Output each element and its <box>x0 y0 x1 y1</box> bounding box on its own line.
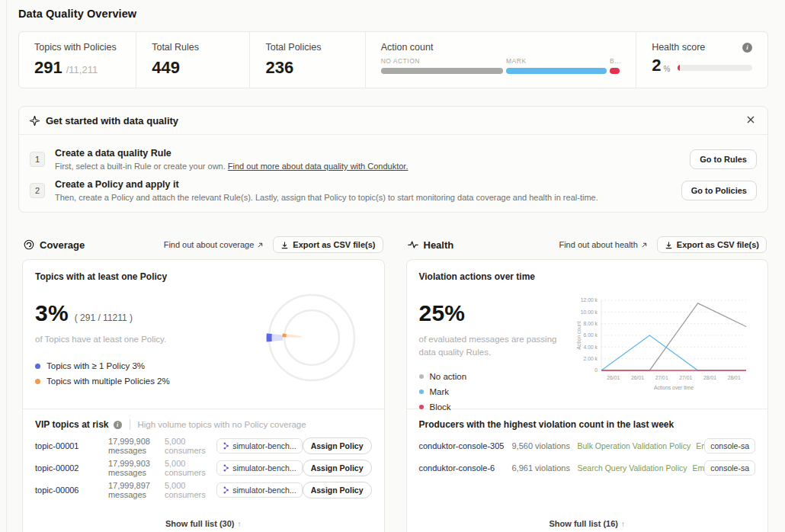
export-csv-button[interactable]: Export as CSV file(s) <box>273 236 383 253</box>
producer-violations: 9,560 violations <box>512 441 578 450</box>
vip-topic-row: topic-00001 17,999,908 messages 5,000 co… <box>35 434 372 457</box>
svg-text:12.00 k: 12.00 k <box>581 297 598 303</box>
panel-title: Coverage <box>40 239 85 251</box>
svg-text:28/01: 28/01 <box>703 375 716 380</box>
show-full-list-link[interactable]: Show full list (16)↑ <box>419 513 756 531</box>
vip-topic-row: topic-00006 17,999,897 messages 5,000 co… <box>35 479 372 501</box>
kafka-icon <box>223 486 229 494</box>
assign-policy-button[interactable]: Assign Policy <box>303 437 372 454</box>
stat-label: Total Rules <box>152 42 234 53</box>
svg-text:6.00 k: 6.00 k <box>583 332 598 338</box>
coverage-percent: 3% <box>35 300 69 326</box>
coverage-docs-link[interactable]: Find out about coverage <box>164 240 264 249</box>
show-full-list-link[interactable]: Show full list (30)↑ <box>35 513 372 531</box>
step-create-rule: 1 Create a data quality Rule First, sele… <box>30 148 757 171</box>
topic-name[interactable]: topic-00006 <box>35 486 108 495</box>
service-account-chip[interactable]: console-sa <box>704 460 755 476</box>
step-title: Create a data quality Rule <box>55 148 680 159</box>
policy-link[interactable]: Email Message V... <box>696 441 704 450</box>
health-section-title: Violation actions over time <box>419 271 572 282</box>
info-icon[interactable]: i <box>114 421 122 429</box>
legend-item: Topics with multiple Policies 2% <box>35 377 248 386</box>
svg-text:Actions over time: Actions over time <box>654 385 694 390</box>
svg-text:26/01: 26/01 <box>607 375 620 380</box>
health-card: Violation actions over time 25% of evalu… <box>406 259 769 532</box>
stat-total-rules: Total Rules 449 <box>136 32 249 88</box>
legend-item: Topics with ≥ 1 Policy 3% <box>35 361 248 370</box>
topic-messages: 17,999,897 messages <box>108 481 165 499</box>
banner-title: Get started with data quality <box>46 115 178 127</box>
coverage-fraction: ( 291 / 11211 ) <box>75 312 133 323</box>
step-create-policy: 2 Create a Policy and apply it Then, cre… <box>30 179 757 202</box>
step-title: Create a Policy and apply it <box>55 179 671 190</box>
action-segment: B... <box>610 57 620 74</box>
topic-name[interactable]: topic-00002 <box>35 463 108 473</box>
legend-dot <box>35 364 40 369</box>
step-number: 2 <box>30 183 45 198</box>
download-icon <box>280 241 289 249</box>
policy-link[interactable]: Bulk Operation Validation Policy <box>578 441 691 450</box>
violations-line-chart: 12.00 k10.00 k8.00 k6.00 k4.00 k2.00 k02… <box>574 290 757 409</box>
producer-name: conduktor-console-305 <box>419 441 512 450</box>
close-icon[interactable] <box>745 114 757 127</box>
producer-row: conduktor-console-305 9,560 violations B… <box>419 434 756 457</box>
vip-topic-row: topic-00002 17,999,903 messages 5,000 co… <box>35 457 372 479</box>
health-score-unit: % <box>663 65 670 73</box>
cluster-chip[interactable]: simulator-bench... <box>216 460 302 476</box>
coverage-icon <box>24 239 34 250</box>
legend-item: No action <box>419 372 572 381</box>
external-link-icon <box>257 242 264 248</box>
topic-consumers: 5,000 consumers <box>165 459 216 477</box>
action-count-bar: NO ACTIONMARKB... <box>381 57 620 74</box>
get-started-banner: Get started with data quality 1 Create a… <box>18 106 768 213</box>
page-title: Data Quality Overview <box>18 8 768 20</box>
export-csv-button[interactable]: Export as CSV file(s) <box>657 236 767 253</box>
kafka-icon <box>223 442 229 450</box>
legend-item: Mark <box>419 387 572 396</box>
assign-policy-button[interactable]: Assign Policy <box>303 482 372 498</box>
go-to-rules-button[interactable]: Go to Rules <box>690 149 757 169</box>
stat-topics-with-policies: Topics with Policies 291 /11,211 <box>19 32 136 88</box>
cluster-chip[interactable]: simulator-bench... <box>216 438 302 453</box>
download-icon <box>665 241 673 249</box>
stat-total: /11,211 <box>66 64 98 75</box>
legend-dot <box>35 379 40 384</box>
go-to-policies-button[interactable]: Go to Policies <box>681 181 757 200</box>
stat-health-score: Health score i 2 % <box>636 32 767 88</box>
svg-text:4.00 k: 4.00 k <box>583 345 598 350</box>
producers-title: Producers with the highest violation cou… <box>419 419 674 430</box>
legend-dot <box>419 374 424 379</box>
legend-dot <box>419 405 424 409</box>
svg-text:27/01: 27/01 <box>679 375 692 380</box>
health-pulse-icon <box>408 239 418 250</box>
health-docs-link[interactable]: Find out about health <box>559 240 647 249</box>
svg-text:8.00 k: 8.00 k <box>583 321 598 326</box>
health-subtitle: of evaluated messages are passing data q… <box>419 333 572 360</box>
assign-policy-button[interactable]: Assign Policy <box>303 460 372 476</box>
step-number: 1 <box>30 152 45 167</box>
health-percent: 25% <box>419 300 466 326</box>
stat-label: Total Policies <box>265 42 349 53</box>
topic-name[interactable]: topic-00001 <box>35 441 108 450</box>
coverage-panel: Coverage Find out about coverage Export … <box>22 236 385 532</box>
coverage-subtitle: of Topics have at least one Policy. <box>35 333 226 346</box>
health-panel: Health Find out about health Export as C… <box>406 236 769 532</box>
svg-text:0: 0 <box>594 367 598 373</box>
producer-row: conduktor-console-6 6,961 violations Sea… <box>419 457 756 479</box>
policy-link[interactable]: Search Query Validation Policy <box>578 463 687 473</box>
service-account-chip[interactable]: console-sa <box>704 438 755 453</box>
info-icon[interactable]: i <box>742 43 752 53</box>
docs-link[interactable]: Find out more about data quality with Co… <box>228 162 409 171</box>
stat-value: 291 <box>34 58 62 78</box>
stat-action-count: Action count NO ACTIONMARKB... <box>365 32 636 88</box>
cluster-chip[interactable]: simulator-bench... <box>216 482 302 498</box>
topic-messages: 17,999,903 messages <box>108 459 165 477</box>
action-segment: NO ACTION <box>381 57 503 74</box>
coverage-card: Topics with at least one Policy 3% ( 291… <box>22 259 385 532</box>
coverage-section-title: Topics with at least one Policy <box>35 271 248 282</box>
stats-bar: Topics with Policies 291 /11,211 Total R… <box>18 31 768 88</box>
health-score-value: 2 <box>652 56 661 75</box>
stat-total-policies: Total Policies 236 <box>249 32 364 88</box>
policy-link[interactable]: Email Message Va... <box>692 463 704 473</box>
svg-text:2.00 k: 2.00 k <box>583 356 598 361</box>
